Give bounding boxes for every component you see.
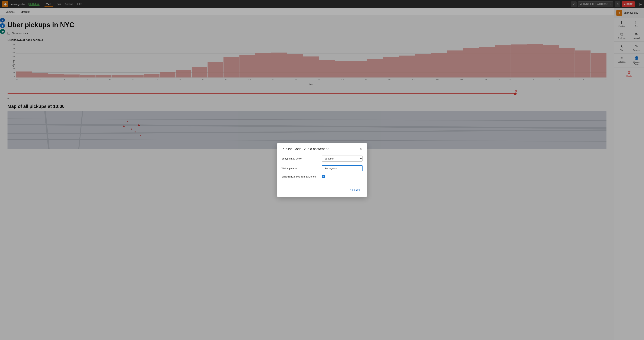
modal-minimize-button[interactable]: − xyxy=(354,147,358,151)
webapp-name-label: Webapp name xyxy=(282,167,319,170)
modal-field-webapp-name: Webapp name xyxy=(282,165,362,171)
sync-zones-label: Synchronize files from all zones xyxy=(282,175,319,178)
modal-field-sync-zones: Synchronize files from all zones xyxy=(282,175,362,178)
webapp-name-input[interactable] xyxy=(322,165,362,171)
entrypoint-label: Entrypoint to show xyxy=(282,157,319,160)
sync-zones-checkbox[interactable] xyxy=(322,175,325,178)
modal-body: Entrypoint to show Streamlit VS Code Web… xyxy=(277,154,367,186)
modal-footer: CREATE xyxy=(277,186,367,197)
modal-controls: − × xyxy=(354,147,362,151)
publish-modal: Publish Code Studio as webapp − × Entryp… xyxy=(277,143,367,197)
modal-title: Publish Code Studio as webapp xyxy=(282,147,329,151)
entrypoint-select[interactable]: Streamlit VS Code xyxy=(322,156,362,162)
modal-header: Publish Code Studio as webapp − × xyxy=(277,143,367,154)
create-button[interactable]: CREATE xyxy=(348,188,362,193)
modal-field-entrypoint: Entrypoint to show Streamlit VS Code xyxy=(282,156,362,162)
modal-overlay: Publish Code Studio as webapp − × Entryp… xyxy=(0,0,644,340)
modal-close-button[interactable]: × xyxy=(359,147,362,151)
